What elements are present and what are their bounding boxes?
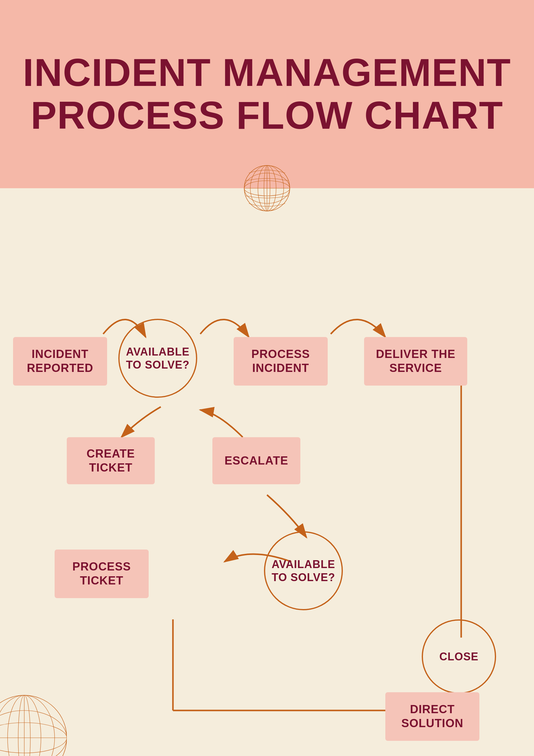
flow-section: INCIDENT REPORTED AVAILABLE TO SOLVE? PR… — [0, 188, 534, 756]
page-title: INCIDENT MANAGEMENT PROCESS FLOW CHART — [0, 51, 534, 137]
available-to-solve-2-node: AVAILABLE TO SOLVE? — [264, 531, 343, 610]
available-to-solve-1-node: AVAILABLE TO SOLVE? — [118, 319, 197, 398]
svg-point-10 — [0, 711, 67, 756]
direct-solution-node: DIRECT SOLUTION — [385, 692, 479, 741]
process-incident-node: PROCESS INCIDENT — [234, 337, 328, 386]
process-ticket-node: PROCESS TICKET — [55, 550, 149, 598]
globe-bottom-icon — [0, 689, 67, 756]
page: INCIDENT MANAGEMENT PROCESS FLOW CHART — [0, 0, 534, 756]
incident-reported-node: INCIDENT REPORTED — [13, 337, 107, 386]
deliver-the-service-node: DELIVER THE SERVICE — [364, 337, 467, 386]
escalate-node: ESCALATE — [213, 437, 300, 484]
svg-point-8 — [0, 695, 67, 756]
create-ticket-node: CREATE TICKET — [67, 437, 155, 484]
close-node: CLOSE — [422, 619, 496, 694]
globe-top-icon — [243, 164, 291, 212]
header-section: INCIDENT MANAGEMENT PROCESS FLOW CHART — [0, 0, 534, 188]
